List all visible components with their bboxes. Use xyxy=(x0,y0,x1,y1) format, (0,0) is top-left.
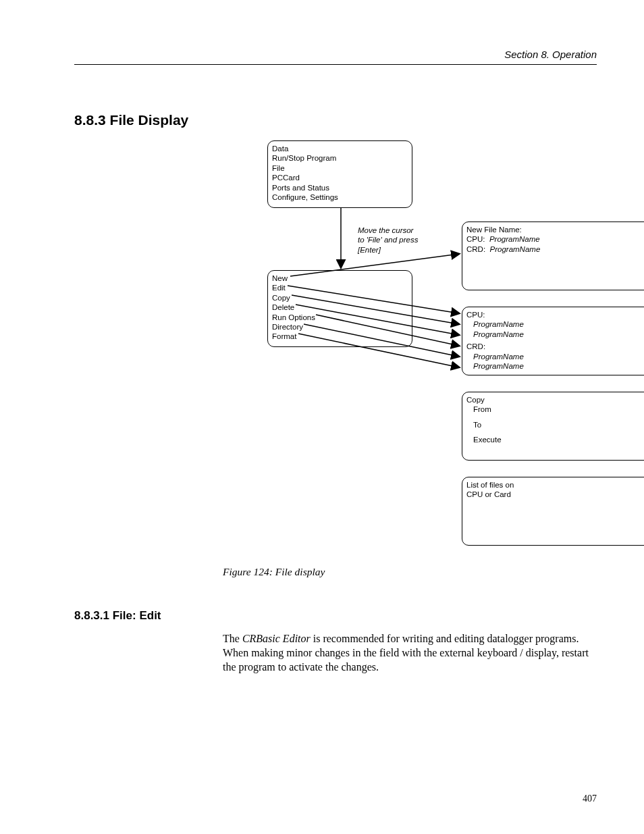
subsection-title: File: Edit xyxy=(113,609,161,622)
copy-box: Copy From To Execute xyxy=(462,392,644,461)
menu-item: Run/Stop Program xyxy=(272,153,408,163)
subsection-number: 8.8.3.1 xyxy=(74,609,109,622)
main-menu-box: Data Run/Stop Program File PCCard Ports … xyxy=(267,140,412,208)
file-display-diagram: Data Run/Stop Program File PCCard Ports … xyxy=(223,140,641,559)
dir-crd-label: CRD: xyxy=(466,342,644,351)
dir-crd-item: ProgramName xyxy=(466,352,644,361)
subsection-heading: 8.8.3.1 File: Edit xyxy=(74,609,597,623)
menu-item: Configure, Settings xyxy=(272,192,408,202)
copy-title: Copy xyxy=(466,395,644,405)
menu-item: Ports and Status xyxy=(272,183,408,192)
section-title: File Display xyxy=(110,112,189,128)
dir-cpu-item: ProgramName xyxy=(466,319,644,329)
copy-execute: Execute xyxy=(466,435,644,444)
copy-to: To xyxy=(466,420,644,429)
instruction-line: [Enter] xyxy=(358,245,418,255)
menu-item: PCCard xyxy=(272,173,408,182)
section-heading: 8.8.3 File Display xyxy=(74,112,597,128)
body-paragraph: The CRBasic Editor is recommended for wr… xyxy=(223,632,597,674)
dir-cpu-label: CPU: xyxy=(466,310,644,319)
file-list-box: List of files on CPU or Card xyxy=(462,477,644,546)
instruction-line: to 'File' and press xyxy=(358,235,418,244)
instruction-line: Move the cursor xyxy=(358,226,418,235)
new-file-title: New File Name: xyxy=(466,225,644,234)
dir-cpu-item: ProgramName xyxy=(466,330,644,339)
running-header-text: Section 8. Operation xyxy=(504,49,597,60)
file-menu-item: Run Options xyxy=(272,313,408,322)
new-file-cpu: CPU: ProgramName xyxy=(466,234,644,244)
directory-box: CPU: ProgramName ProgramName CRD: Progra… xyxy=(462,307,644,375)
figure-caption: Figure 124: File display xyxy=(223,566,597,578)
file-menu-item: Copy xyxy=(272,293,408,303)
dir-crd-item: ProgramName xyxy=(466,361,644,371)
menu-item: Data xyxy=(272,144,408,153)
menu-item: File xyxy=(272,163,408,173)
file-menu-item: New xyxy=(272,273,408,283)
file-menu-item: Delete xyxy=(272,303,408,312)
file-submenu-box: New Edit Copy Delete Run Options Directo… xyxy=(267,270,412,347)
section-number: 8.8.3 xyxy=(74,112,106,128)
running-header: Section 8. Operation xyxy=(74,49,597,65)
file-menu-item: Edit xyxy=(272,283,408,292)
instruction-label: Move the cursor to 'File' and press [Ent… xyxy=(358,226,418,255)
file-menu-item: Directory xyxy=(272,322,408,332)
new-file-box: New File Name: CPU: ProgramName CRD: Pro… xyxy=(462,221,644,290)
file-list-line: List of files on xyxy=(466,480,644,490)
crbasic-editor-emph: CRBasic Editor xyxy=(242,633,311,644)
file-menu-item: Format xyxy=(272,332,408,341)
new-file-crd: CRD: ProgramName xyxy=(466,244,644,254)
copy-from: From xyxy=(466,405,644,414)
page-number: 407 xyxy=(583,793,597,804)
file-list-line: CPU or Card xyxy=(466,490,644,499)
